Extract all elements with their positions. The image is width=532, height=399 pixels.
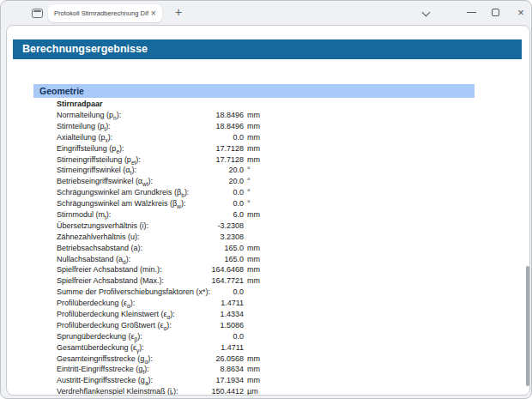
chevron-down-icon[interactable] [422,9,430,16]
parameter-unit: mm [247,244,260,252]
geometry-rows: Normalteilung (pn): 18.8496 mm Stirnteil… [57,111,273,396]
parameter-unit: ° [247,188,251,196]
parameter-row: Austritt-Eingriffsstrecke (ga): 17.1934 … [57,376,273,387]
parameter-unit: mm [247,122,260,130]
parameter-unit: mm [247,210,260,219]
parameter-row: Gesamteingriffsstrecke (gα): 26.0568 mm [57,354,273,366]
parameter-unit: mm [247,376,260,384]
window-close-button[interactable]: × [514,6,528,19]
parameter-unit: mm [247,144,260,153]
parameter-value: 1.4711 [57,299,244,307]
parameter-row: Eintritt-Eingriffsstrecke (gf): 8.8634 m… [57,365,273,376]
parameter-value: 164.6468 [57,265,244,274]
parameter-unit: mm [247,155,260,164]
parameter-value: 8.8634 [57,365,244,373]
parameter-row: Eingriffsteilung (pe): 17.7128 mm [57,144,273,155]
new-tab-button[interactable]: + [171,5,186,21]
parameter-value: 164.7721 [57,276,244,285]
parameter-value: 20.0 [57,166,244,174]
parameter-row: Schrägungswinkel am Grundkreis (βb): 0.0… [57,188,273,199]
parameter-row: Betriebseingriffswinkel (αwt): 20.0 ° [57,177,273,188]
parameter-row: Profilüberdeckung Größtwert (εα): 1.5086 [57,321,273,332]
minimize-button[interactable] [467,12,476,13]
page-title: Berechnungsergebnisse [22,43,148,55]
parameter-row: Profilüberdeckung (εα): 1.4711 [57,299,273,310]
parameter-value: -3.2308 [57,221,244,230]
parameter-unit: mm [247,255,260,263]
scrollbar-thumb[interactable] [526,266,529,386]
parameter-value: 0.0 [57,133,244,142]
parameter-value: 3.2308 [57,233,244,241]
parameter-value: 0.0 [57,199,244,208]
tab-actions-icon[interactable] [32,9,43,18]
parameter-unit: ° [247,177,251,185]
group-heading: Stirnradpaar [57,100,103,108]
parameter-row: Verdrehflankenspiel Kleinstmaß (jt): 150… [57,387,273,396]
parameter-row: Profilüberdeckung Kleinstwert (εα): 1.43… [57,310,273,321]
parameter-unit: mm [247,276,260,285]
tab-close-icon[interactable]: × [151,9,156,18]
parameter-unit: µm [247,387,258,396]
web-content: Berechnungsergebnisse Geometrie Stirnrad… [6,25,530,396]
section-title: Geometrie [39,86,84,96]
parameter-row: Normalteilung (pn): 18.8496 mm [57,111,273,122]
parameter-row: Stirnmodul (mt): 6.0 mm [57,210,273,221]
parameter-row: Übersetzungsverhältnis (i): -3.2308 [57,221,273,233]
parameter-row: Betriebsachsabstand (a): 165.0 mm [57,244,273,255]
parameter-row: Stirnteilung (pt): 18.8496 mm [57,122,273,133]
parameter-value: 17.7128 [57,155,244,164]
parameter-value: 1.4711 [57,343,244,352]
parameter-unit: mm [247,133,260,142]
parameter-unit: ° [247,199,251,208]
parameter-value: 1.4334 [57,310,244,318]
parameter-unit: mm [247,365,260,373]
parameter-value: 17.1934 [57,376,244,384]
parameter-value: 18.8496 [57,111,244,119]
parameter-value: 150.4412 [57,387,244,396]
parameter-row: Spielfreier Achsabstand (min.): 164.6468… [57,265,273,276]
tab-bar: Protokoll Stirnradberechnung DIN 3 × + × [1,1,531,25]
parameter-row: Stirneingriffswinkel (αt): 20.0 ° [57,166,273,177]
parameter-value: 0.0 [57,332,244,341]
parameter-value: 26.0568 [57,354,244,363]
parameter-row: Gesamtüberdeckung (εγ): 1.4711 [57,343,273,354]
parameter-value: 20.0 [57,177,244,185]
parameter-row: Stirneingriffsteilung (pet): 17.7128 mm [57,155,273,166]
parameter-value: 6.0 [57,210,244,219]
tab-title: Protokoll Stirnradberechnung DIN 3 [54,9,148,17]
parameter-unit: ° [247,166,251,174]
parameter-row: Schrägungswinkel am Wälzkreis (βw): 0.0 … [57,199,273,210]
parameter-row: Spielfreier Achsabstand (Max.): 164.7721… [57,276,273,287]
section-header-geometrie: Geometrie [33,84,475,98]
parameter-row: Sprungüberdeckung (εβ): 0.0 [57,332,273,343]
parameter-row: Zähnezahlverhältnis (u): 3.2308 [57,233,273,244]
parameter-value: 0.0 [57,287,244,296]
parameter-unit: mm [247,354,260,363]
results-title-band: Berechnungsergebnisse [13,39,522,59]
parameter-value: 18.8496 [57,122,244,130]
maximize-button[interactable] [492,9,499,16]
parameter-value: 17.7128 [57,144,244,153]
parameter-value: 165.0 [57,255,244,263]
parameter-row: Summe der Profilverschiebungsfaktoren (x… [57,287,273,299]
parameter-value: 0.0 [57,188,244,196]
parameter-row: Nullachsabstand (ad): 165.0 mm [57,255,273,266]
parameter-unit: mm [247,111,260,119]
browser-window: Protokoll Stirnradberechnung DIN 3 × + ×… [0,0,532,399]
parameter-unit: mm [247,265,260,274]
browser-tab[interactable]: Protokoll Stirnradberechnung DIN 3 × [48,4,162,22]
parameter-value: 165.0 [57,244,244,252]
parameter-value: 1.5086 [57,321,244,329]
parameter-row: Axialteilung (px): 0.0 mm [57,133,273,144]
